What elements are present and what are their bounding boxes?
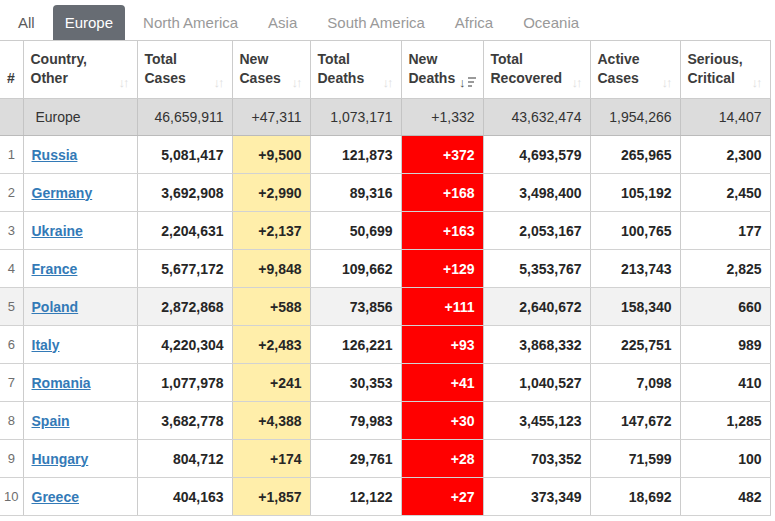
continent-tab[interactable]: Europe	[53, 5, 125, 40]
total-recovered-cell: 2,640,672	[483, 288, 590, 326]
country-cell: Spain	[23, 402, 137, 440]
serious-critical-cell: 177	[680, 212, 770, 250]
country-link[interactable]: Germany	[32, 185, 93, 201]
new-cases-cell: +2,137	[232, 212, 310, 250]
serious-critical-cell: 660	[680, 288, 770, 326]
summary-active-cases: 1,954,266	[590, 99, 680, 136]
column-header[interactable]: Active Cases ↓↑ ↓	[590, 41, 680, 99]
total-deaths-cell: 29,761	[310, 440, 401, 478]
continent-tab[interactable]: All	[6, 5, 47, 40]
column-header-label: Active Cases	[598, 50, 640, 89]
summary-region: Europe	[23, 99, 137, 136]
country-cell: France	[23, 250, 137, 288]
column-header[interactable]: Total Recovered ↓↑ ↓	[483, 41, 590, 99]
country-link[interactable]: Ukraine	[32, 223, 83, 239]
rank-cell: 10	[0, 478, 23, 516]
total-recovered-cell: 5,353,767	[483, 250, 590, 288]
total-cases-cell: 2,204,631	[137, 212, 232, 250]
column-header[interactable]: Country, Other ↓↑ ↓	[23, 41, 137, 99]
total-cases-cell: 2,872,868	[137, 288, 232, 326]
country-cell: Italy	[23, 326, 137, 364]
summary-total-recovered: 43,632,474	[483, 99, 590, 136]
country-link[interactable]: Poland	[32, 299, 79, 315]
sort-desc-icon: ↓	[459, 76, 476, 89]
column-header-label: Total Recovered	[491, 50, 563, 89]
new-deaths-cell: +41	[401, 364, 483, 402]
sort-both-icon: ↓↑	[292, 76, 303, 89]
serious-critical-cell: 100	[680, 440, 770, 478]
country-row: 2 Germany 3,692,908 +2,990 89,316 +168 3…	[0, 174, 770, 212]
total-recovered-cell: 1,040,527	[483, 364, 590, 402]
continent-tab[interactable]: North America	[131, 5, 250, 40]
total-deaths-cell: 30,353	[310, 364, 401, 402]
summary-total-cases: 46,659,911	[137, 99, 232, 136]
country-cell: Romania	[23, 364, 137, 402]
country-link[interactable]: Spain	[32, 413, 70, 429]
total-recovered-cell: 3,455,123	[483, 402, 590, 440]
total-cases-cell: 5,081,417	[137, 136, 232, 174]
serious-critical-cell: 2,450	[680, 174, 770, 212]
serious-critical-cell: 410	[680, 364, 770, 402]
total-deaths-cell: 50,699	[310, 212, 401, 250]
serious-critical-cell: 2,825	[680, 250, 770, 288]
sort-both-icon: ↓↑	[572, 76, 583, 89]
total-cases-cell: 4,220,304	[137, 326, 232, 364]
active-cases-cell: 147,672	[590, 402, 680, 440]
total-cases-cell: 5,677,172	[137, 250, 232, 288]
total-deaths-cell: 12,122	[310, 478, 401, 516]
column-header[interactable]: Total Deaths ↓↑ ↓	[310, 41, 401, 99]
new-deaths-cell: +30	[401, 402, 483, 440]
summary-rank-cell	[0, 99, 23, 136]
covid-stats-table: # ↓↑ ↓ Country, Other ↓↑ ↓	[0, 40, 771, 516]
new-cases-cell: +2,483	[232, 326, 310, 364]
serious-critical-cell: 1,285	[680, 402, 770, 440]
column-header[interactable]: Serious, Critical ↓↑ ↓	[680, 41, 770, 99]
sort-both-icon: ↓↑	[214, 76, 225, 89]
continent-tab[interactable]: Africa	[443, 5, 505, 40]
column-header[interactable]: New Deaths ↓↑ ↓	[401, 41, 483, 99]
continent-tab[interactable]: South America	[315, 5, 437, 40]
continent-tab[interactable]: Oceania	[511, 5, 591, 40]
country-row: 8 Spain 3,682,778 +4,388 79,983 +30 3,45…	[0, 402, 770, 440]
summary-total-deaths: 1,073,171	[310, 99, 401, 136]
summary-new-deaths: +1,332	[401, 99, 483, 136]
country-link[interactable]: France	[32, 261, 78, 277]
rank-cell: 8	[0, 402, 23, 440]
total-cases-cell: 3,682,778	[137, 402, 232, 440]
total-deaths-cell: 79,983	[310, 402, 401, 440]
country-row: 5 Poland 2,872,868 +588 73,856 +111 2,64…	[0, 288, 770, 326]
country-link[interactable]: Romania	[32, 375, 91, 391]
continent-tab[interactable]: Asia	[256, 5, 309, 40]
total-recovered-cell: 3,498,400	[483, 174, 590, 212]
country-link[interactable]: Russia	[32, 147, 78, 163]
country-cell: Poland	[23, 288, 137, 326]
rank-cell: 9	[0, 440, 23, 478]
country-row: 7 Romania 1,077,978 +241 30,353 +41 1,04…	[0, 364, 770, 402]
rank-cell: 2	[0, 174, 23, 212]
new-cases-cell: +4,388	[232, 402, 310, 440]
serious-critical-cell: 989	[680, 326, 770, 364]
new-deaths-cell: +111	[401, 288, 483, 326]
rank-cell: 6	[0, 326, 23, 364]
country-row: 10 Greece 404,163 +1,857 12,122 +27 373,…	[0, 478, 770, 516]
new-cases-cell: +2,990	[232, 174, 310, 212]
country-link[interactable]: Greece	[32, 489, 79, 505]
new-cases-cell: +241	[232, 364, 310, 402]
country-link[interactable]: Hungary	[32, 451, 89, 467]
sort-both-icon: ↓↑	[119, 76, 130, 89]
active-cases-cell: 105,192	[590, 174, 680, 212]
column-header[interactable]: # ↓↑ ↓	[0, 41, 23, 99]
column-header-label: Serious, Critical	[688, 50, 743, 89]
new-deaths-cell: +129	[401, 250, 483, 288]
column-header[interactable]: Total Cases ↓↑ ↓	[137, 41, 232, 99]
total-deaths-cell: 126,221	[310, 326, 401, 364]
total-recovered-cell: 373,349	[483, 478, 590, 516]
country-link[interactable]: Italy	[32, 337, 60, 353]
country-row: 3 Ukraine 2,204,631 +2,137 50,699 +163 2…	[0, 212, 770, 250]
column-header[interactable]: New Cases ↓↑ ↓	[232, 41, 310, 99]
new-deaths-cell: +28	[401, 440, 483, 478]
active-cases-cell: 100,765	[590, 212, 680, 250]
country-cell: Russia	[23, 136, 137, 174]
column-header-label: Total Cases	[145, 50, 186, 89]
country-cell: Ukraine	[23, 212, 137, 250]
